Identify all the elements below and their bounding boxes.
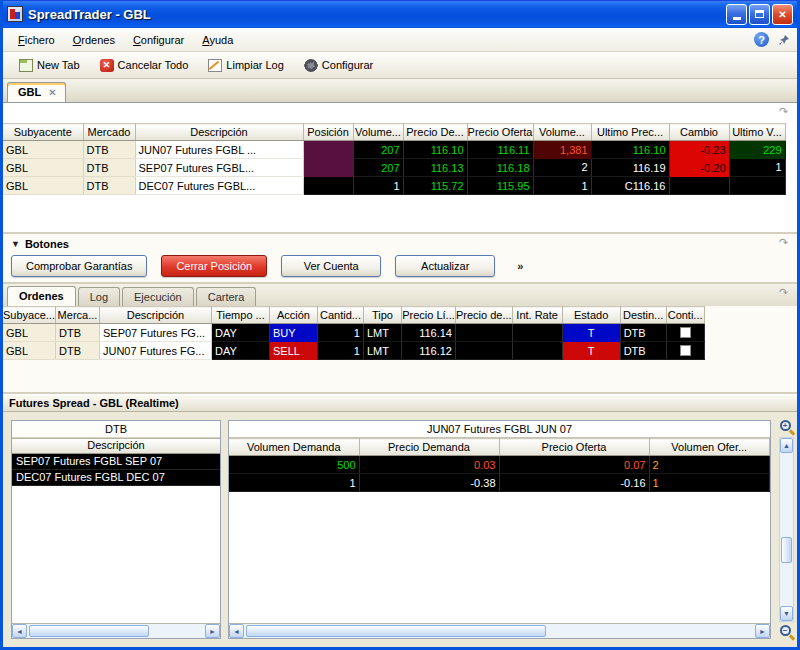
- maximize-button[interactable]: [749, 4, 770, 25]
- more-buttons-button[interactable]: »: [509, 260, 531, 272]
- menu-ordenes[interactable]: Ordenes: [64, 31, 124, 49]
- minimize-icon: [733, 17, 741, 20]
- col-precio-demanda[interactable]: Precio De...: [403, 124, 467, 141]
- col-continuo[interactable]: Conti...: [666, 307, 704, 324]
- minimize-button[interactable]: [726, 4, 747, 25]
- col-estado[interactable]: Estado: [562, 307, 620, 324]
- new-tab-label: New Tab: [37, 59, 80, 71]
- orders-tabstrip: Ordenes Log Ejecución Cartera ↷: [3, 284, 797, 306]
- vertical-scrollbar[interactable]: ▲ ▼: [779, 437, 794, 622]
- tab-gbl[interactable]: GBL ✕: [7, 82, 66, 102]
- menu-configurar[interactable]: Configurar: [124, 31, 193, 49]
- cancel-all-icon: ✕: [100, 59, 114, 72]
- col-ultimo-volumen[interactable]: Ultimo V...: [729, 124, 785, 141]
- positions-header-row: Subyacente Mercado Descripción Posición …: [3, 124, 785, 141]
- col-cantidad[interactable]: Cantid...: [317, 307, 363, 324]
- help-icon[interactable]: ?: [754, 32, 769, 47]
- col-precio-oferta[interactable]: Precio Oferta: [499, 439, 649, 456]
- col-posicion[interactable]: Posición: [303, 124, 353, 141]
- position-row[interactable]: GBL DTB DEC07 Futures FGBL... 1 115.72 1…: [3, 177, 785, 195]
- col-mercado[interactable]: Mercado: [83, 124, 135, 141]
- col-precio-demanda[interactable]: Precio Demanda: [359, 439, 499, 456]
- order-row[interactable]: GBL DTB JUN07 Futures FG... DAY SELL 1 L…: [3, 342, 704, 360]
- spread-panel: Futures Spread - GBL (Realtime) DTB Desc…: [3, 394, 797, 647]
- new-tab-button[interactable]: New Tab: [11, 55, 88, 76]
- col-volumen-oferta[interactable]: Volume...: [533, 124, 591, 141]
- col-destino[interactable]: Destin...: [620, 307, 666, 324]
- col-precio-oferta[interactable]: Precio Oferta: [467, 124, 533, 141]
- tabstrip: GBL ✕: [3, 79, 797, 103]
- scroll-left-icon[interactable]: ◄: [12, 624, 27, 638]
- scroll-right-icon[interactable]: ►: [755, 624, 770, 638]
- tab-ejecucion[interactable]: Ejecución: [122, 287, 194, 306]
- menu-fichero[interactable]: Fichero: [9, 31, 64, 49]
- col-ultimo-precio[interactable]: Ultimo Prec...: [591, 124, 669, 141]
- configure-button[interactable]: Configurar: [296, 55, 381, 76]
- col-tipo[interactable]: Tipo: [363, 307, 401, 324]
- col-subyacente[interactable]: Subyace...: [3, 307, 55, 324]
- window-title: SpreadTrader - GBL: [28, 7, 726, 22]
- col-precio-limite[interactable]: Precio Lí...: [401, 307, 455, 324]
- menu-ayuda[interactable]: Ayuda: [193, 31, 242, 49]
- order-row[interactable]: GBL DTB SEP07 Futures FG... DAY BUY 1 LM…: [3, 324, 704, 342]
- action-cell: BUY: [269, 324, 317, 342]
- close-button[interactable]: ✕: [772, 4, 793, 25]
- scroll-down-icon[interactable]: ▼: [780, 606, 793, 621]
- spread-title: Futures Spread - GBL (Realtime): [3, 394, 797, 412]
- position-row[interactable]: GBL DTB SEP07 Futures FGBL... 207 116.13…: [3, 159, 785, 177]
- scrollbar-thumb[interactable]: [246, 625, 546, 637]
- col-cambio[interactable]: Cambio: [669, 124, 729, 141]
- position-row[interactable]: GBL DTB JUN07 Futures FGBL ... 207 116.1…: [3, 141, 785, 159]
- col-precio-de[interactable]: Precio de...: [455, 307, 512, 324]
- col-descripcion[interactable]: Descripción: [99, 307, 211, 324]
- titlebar[interactable]: SpreadTrader - GBL ✕: [3, 0, 797, 28]
- col-mercado[interactable]: Merca...: [55, 307, 99, 324]
- scroll-up-icon[interactable]: ▲: [780, 438, 793, 453]
- col-volumen-demanda[interactable]: Volumen Demanda: [229, 439, 359, 456]
- cancel-all-button[interactable]: ✕ Cancelar Todo: [92, 55, 197, 76]
- col-int-rate[interactable]: Int. Rate: [512, 307, 562, 324]
- limit-price-cell: 116.12: [401, 342, 455, 360]
- descripcion-header[interactable]: Descripción: [12, 438, 220, 454]
- orders-table[interactable]: Subyace... Merca... Descripción Tiempo .…: [3, 306, 705, 360]
- scroll-right-icon[interactable]: ►: [205, 624, 220, 638]
- pin-icon[interactable]: [777, 33, 791, 47]
- right-horizontal-scrollbar[interactable]: ◄ ►: [229, 623, 770, 638]
- col-subyacente[interactable]: Subyacente: [3, 124, 83, 141]
- col-descripcion[interactable]: Descripción: [135, 124, 303, 141]
- comprobar-garantias-button[interactable]: Comprobar Garantías: [11, 255, 147, 277]
- exchange-label: DTB: [12, 421, 220, 438]
- positions-table[interactable]: Subyacente Mercado Descripción Posición …: [3, 123, 786, 195]
- clear-log-button[interactable]: Limpiar Log: [200, 55, 291, 76]
- panel-detach-icon[interactable]: ↷: [779, 237, 792, 248]
- tab-ordenes[interactable]: Ordenes: [7, 286, 76, 306]
- spread-leg-row[interactable]: DEC07 Futures FGBL DEC 07: [12, 470, 220, 486]
- spread-quote-table[interactable]: Volumen Demanda Precio Demanda Precio Of…: [229, 438, 770, 492]
- col-tiempo[interactable]: Tiempo ...: [211, 307, 269, 324]
- spread-leg-row[interactable]: SEP07 Futures FGBL SEP 07: [12, 454, 220, 470]
- botones-section: ↷ ▼ Botones Comprobar Garantías Cerrar P…: [3, 234, 797, 284]
- tab-log[interactable]: Log: [78, 287, 120, 306]
- continuous-checkbox[interactable]: [680, 327, 691, 338]
- spread-quote-row[interactable]: 500 0.03 0.07 2: [229, 456, 770, 474]
- col-accion[interactable]: Acción: [269, 307, 317, 324]
- configure-icon: [304, 59, 318, 72]
- scroll-left-icon[interactable]: ◄: [229, 624, 244, 638]
- zoom-in-icon[interactable]: +: [780, 420, 794, 434]
- col-volumen-oferta[interactable]: Volumen Ofer...: [649, 439, 770, 456]
- scrollbar-thumb[interactable]: [29, 625, 149, 637]
- panel-detach-icon[interactable]: ↷: [779, 287, 792, 298]
- scrollbar-thumb[interactable]: [781, 537, 792, 563]
- left-horizontal-scrollbar[interactable]: ◄ ►: [12, 623, 220, 638]
- cerrar-posicion-button[interactable]: Cerrar Posición: [161, 255, 267, 277]
- panel-detach-icon[interactable]: ↷: [779, 106, 792, 117]
- col-volumen-demanda[interactable]: Volume...: [353, 124, 403, 141]
- tab-cartera[interactable]: Cartera: [196, 287, 257, 306]
- zoom-out-icon[interactable]: −: [780, 625, 794, 639]
- spread-quote-row[interactable]: 1 -0.38 -0.16 1: [229, 474, 770, 492]
- continuous-checkbox[interactable]: [680, 345, 691, 356]
- botones-collapse-toggle[interactable]: ▼ Botones: [11, 236, 789, 252]
- ver-cuenta-button[interactable]: Ver Cuenta: [281, 255, 381, 277]
- tab-close-icon[interactable]: ✕: [48, 87, 56, 98]
- actualizar-button[interactable]: Actualizar: [395, 255, 495, 277]
